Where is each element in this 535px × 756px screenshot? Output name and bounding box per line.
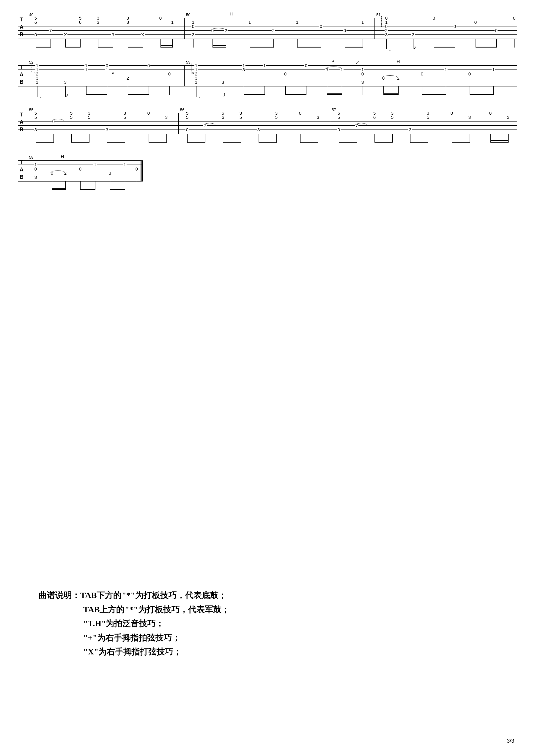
stems: * * * . ♪ xyxy=(18,39,517,53)
arpeggio-icon: ≀≀≀≀↓ xyxy=(190,64,193,74)
arpeggio-icon: ≀≀≀≀↓ xyxy=(380,16,383,27)
notes-line-1: 曲谱说明：TAB下方的"*"为打板技巧，代表底鼓； xyxy=(39,588,230,603)
tab-staff: T A B 52 ≀≀≀≀↓ 1 1 2 3 1 3 1 1 0 1 2 0 0… xyxy=(18,65,517,86)
measure-58: 58 xyxy=(29,155,33,159)
notes-line-4: "+"为右手拇指拍弦技巧； xyxy=(83,631,230,645)
score-notes: 曲谱说明：TAB下方的"*"为打板技巧，代表底鼓； TAB上方的"*"为打板技巧… xyxy=(39,588,230,659)
notes-text: TAB下方的"*"为打板技巧，代表底鼓； xyxy=(80,590,227,600)
tab-t: T xyxy=(20,17,23,22)
tab-b: B xyxy=(20,32,23,37)
tab-a: A xyxy=(20,72,23,77)
technique-h: H xyxy=(397,59,400,64)
stems xyxy=(18,181,143,196)
tab-t: T xyxy=(20,112,23,117)
notes-line-5: "X"为右手拇指打弦技巧； xyxy=(83,645,230,659)
tab-t: T xyxy=(20,65,23,70)
technique-h: H xyxy=(61,154,64,159)
notes-line-3: "T.H"为拍泛音技巧； xyxy=(83,616,230,631)
tab-staff: T A B 49 5 6 0 7 X 5 6 3 3 3 3 3 X 0 1 5… xyxy=(18,18,517,39)
tab-staff: T A B 58 H 1 0 3 0 2 0 1 3 1 0 xyxy=(18,160,143,181)
tab-b: B xyxy=(20,79,23,85)
tab-t: T xyxy=(20,159,23,165)
measure-54: 54 xyxy=(355,60,360,65)
staff-row-4: T A B 58 H 1 0 3 0 2 0 1 3 1 0 xyxy=(18,160,143,181)
notes-line-2: TAB上方的"*"为打板技巧，代表军鼓； xyxy=(83,603,230,617)
staff-row-2: T A B 52 ≀≀≀≀↓ 1 1 2 3 1 3 1 1 0 1 2 0 0… xyxy=(18,65,517,86)
tab-sheet: T A B 49 5 6 0 7 X 5 6 3 3 3 3 3 X 0 1 5… xyxy=(0,0,535,181)
tab-staff: T A B 55 5 5 3 0 5 5 3 5 3 3 5 0 3 56 5 … xyxy=(18,113,517,134)
tab-b: B xyxy=(20,127,23,132)
tab-a: A xyxy=(20,167,23,172)
stems xyxy=(18,134,517,148)
arpeggio-icon: ≀≀≀≀↓ xyxy=(30,64,33,74)
page-number: 3/3 xyxy=(507,738,514,744)
measure-49: 49 xyxy=(29,13,33,17)
staff-row-1: T A B 49 5 6 0 7 X 5 6 3 3 3 3 3 X 0 1 5… xyxy=(18,18,517,39)
technique-p: P xyxy=(331,59,334,64)
stems: . ♪ . ♪ xyxy=(18,86,517,101)
notes-heading: 曲谱说明： xyxy=(39,590,80,600)
tab-a: A xyxy=(20,120,23,125)
measure-55: 55 xyxy=(29,108,33,112)
measure-57: 57 xyxy=(332,108,336,112)
tab-b: B xyxy=(20,175,23,180)
measure-50: 50 xyxy=(186,13,190,17)
measure-56: 56 xyxy=(180,108,184,112)
tab-a: A xyxy=(20,24,23,30)
staff-row-3: T A B 55 5 5 3 0 5 5 3 5 3 3 5 0 3 56 5 … xyxy=(18,113,517,134)
technique-h: H xyxy=(230,11,234,16)
